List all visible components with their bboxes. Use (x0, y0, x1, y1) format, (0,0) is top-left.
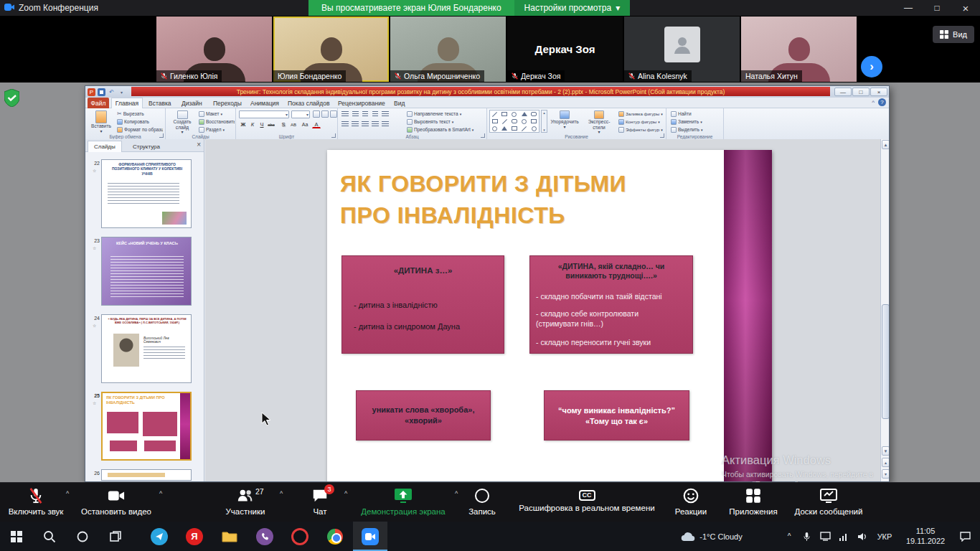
opera-app-icon[interactable] (283, 522, 317, 551)
numbering-icon[interactable] (351, 110, 359, 118)
file-explorer-icon[interactable] (212, 522, 247, 551)
live-transcript-button[interactable]: CC Расшифровка в реальном времени (511, 487, 663, 512)
action-center-button[interactable] (954, 522, 976, 551)
viber-app-icon[interactable] (248, 522, 282, 551)
save-icon[interactable] (98, 88, 105, 96)
underline-button[interactable]: Ч (258, 121, 266, 128)
cortana-button[interactable] (66, 522, 99, 551)
shape-fill-button[interactable]: Заливка фигуры▾ (618, 110, 664, 118)
dialog-launcher-icon[interactable] (660, 133, 664, 138)
slide[interactable]: ЯК ГОВОРИТИ З ДІТЬМИ ПРО ІНВАЛІДНІСТЬ «Д… (327, 150, 772, 482)
layout-button[interactable]: Макет▾ (199, 110, 235, 118)
undo-icon[interactable]: ↶ (108, 88, 116, 96)
view-settings-button[interactable]: Настройки просмотра ▾ (514, 0, 631, 16)
shape-outline-button[interactable]: Контур фигуры▾ (618, 118, 664, 126)
tab-insert[interactable]: Вставка (144, 98, 176, 108)
security-shield-icon[interactable] (4, 89, 19, 110)
tab-animation[interactable]: Анимация (246, 98, 283, 108)
tray-volume-icon[interactable] (854, 522, 871, 551)
maximize-button[interactable]: □ (923, 0, 951, 16)
select-button[interactable]: Выделить▾ (671, 126, 721, 133)
text-shadow-button[interactable]: S (279, 121, 288, 128)
vertical-scrollbar[interactable]: ▲ ▼ ▴ ▾ (880, 139, 890, 482)
reset-button[interactable]: Восстановить (199, 118, 235, 126)
shape-effects-button[interactable]: Эффекты фигур▾ (618, 126, 664, 133)
change-case-button[interactable]: Аа (301, 121, 309, 128)
tray-hidden-icons-chevron[interactable]: ^ (781, 522, 798, 551)
tray-network-icon[interactable] (835, 522, 852, 551)
tab-review[interactable]: Рецензирование (334, 98, 390, 108)
align-left-icon[interactable] (341, 121, 349, 128)
participants-button[interactable]: Участники 27 (212, 487, 278, 516)
scroll-up-icon[interactable]: ▴ (543, 110, 545, 115)
apps-button[interactable]: Приложения (720, 487, 786, 516)
dialog-launcher-icon[interactable] (331, 133, 336, 138)
scrollbar-thumb[interactable] (882, 304, 890, 419)
scroll-up-button[interactable]: ▲ (882, 140, 890, 149)
whiteboards-button[interactable]: Доски сообщений (789, 487, 868, 516)
tab-view[interactable]: Вид (390, 98, 409, 108)
panel-close-icon[interactable]: × (197, 141, 201, 149)
justify-icon[interactable] (371, 121, 380, 128)
chat-options-chevron[interactable]: ^ (344, 490, 347, 497)
ppt-maximize-button[interactable]: □ (852, 88, 870, 96)
record-button[interactable]: Запись (459, 487, 505, 516)
qat-dropdown-icon[interactable]: ▾ (118, 88, 126, 96)
weather-widget[interactable]: -1°C Cloudy (673, 522, 750, 551)
tray-mic-icon[interactable] (798, 522, 815, 551)
participant-tile[interactable]: Alina Kolesnyk (624, 17, 740, 82)
slide-26-thumbnail[interactable] (101, 469, 192, 481)
zoom-app-icon[interactable] (353, 522, 387, 551)
share-screen-button[interactable]: Демонстрация экрана (353, 487, 453, 516)
replace-button[interactable]: Заменить▾ (671, 118, 721, 126)
smartart-button[interactable]: Преобразовать в SmartArt▾ (407, 126, 484, 133)
text-direction-button[interactable]: Направление текста▾ (407, 110, 484, 118)
previous-slide-button[interactable]: ▴ (882, 458, 890, 467)
clear-format-icon[interactable] (330, 110, 337, 118)
next-participants-button[interactable]: › (861, 56, 882, 77)
shapes-gallery-scroll[interactable]: ▴ ▾ (541, 110, 547, 133)
align-right-icon[interactable] (361, 121, 369, 128)
tab-slideshow[interactable]: Показ слайдов (283, 98, 334, 108)
align-center-icon[interactable] (351, 121, 359, 128)
cut-button[interactable]: ✂Вырезать (117, 110, 163, 118)
slide-box-why-disability[interactable]: “чому виникає інвалідність?” «Тому що та… (544, 390, 689, 441)
decrease-indent-icon[interactable] (361, 110, 369, 118)
stop-video-button[interactable]: Остановить видео (75, 487, 158, 516)
mute-options-chevron[interactable]: ^ (66, 490, 69, 497)
messenger-app-icon[interactable] (142, 522, 176, 551)
font-color-button[interactable]: А (312, 121, 321, 128)
slide-box-child-difficulty[interactable]: «ДИТИНА, якій складно… чи виникають труд… (529, 255, 693, 354)
tab-outline[interactable]: Структура (127, 141, 166, 152)
participant-tile-active-speaker[interactable]: Юлия Бондаренко (273, 17, 389, 82)
tab-transitions[interactable]: Переходы (209, 98, 246, 108)
shrink-font-icon[interactable] (321, 110, 329, 118)
dialog-launcher-icon[interactable] (159, 133, 164, 138)
bullets-icon[interactable] (341, 110, 349, 118)
tab-design[interactable]: Дизайн (177, 98, 207, 108)
chrome-app-icon[interactable] (318, 522, 352, 551)
italic-button[interactable]: К (248, 121, 257, 128)
reactions-button[interactable]: Реакции (667, 487, 715, 516)
find-button[interactable]: Найти (671, 110, 721, 118)
font-size-combo[interactable]: ▾ (291, 110, 310, 118)
collapse-ribbon-icon[interactable]: ^ (872, 99, 875, 105)
slide-box-child-with[interactable]: «ДИТИНА з…» - дитина з інвалідністю - ди… (341, 255, 504, 354)
clock[interactable]: 11:05 19.11.2022 (898, 522, 953, 551)
tab-slides[interactable]: Слайды (88, 141, 122, 152)
scroll-down-button[interactable]: ▼ (882, 446, 890, 456)
tray-display-icon[interactable] (816, 522, 834, 551)
participant-tile[interactable]: Наталья Хитун (741, 17, 857, 82)
participant-tile[interactable]: Ольга Мирошниченко (390, 17, 506, 82)
copy-button[interactable]: Копировать (117, 118, 163, 126)
start-button[interactable] (0, 522, 33, 551)
minimize-button[interactable]: — (894, 0, 923, 16)
search-button[interactable] (33, 522, 66, 551)
shapes-gallery[interactable] (489, 110, 540, 133)
language-indicator[interactable]: УКР (872, 522, 897, 551)
columns-icon[interactable] (381, 121, 390, 128)
bold-button[interactable]: Ж (239, 121, 248, 128)
grow-font-icon[interactable] (313, 110, 320, 118)
format-painter-button[interactable]: Формат по образцу (117, 126, 163, 133)
close-button[interactable]: × (951, 0, 980, 16)
